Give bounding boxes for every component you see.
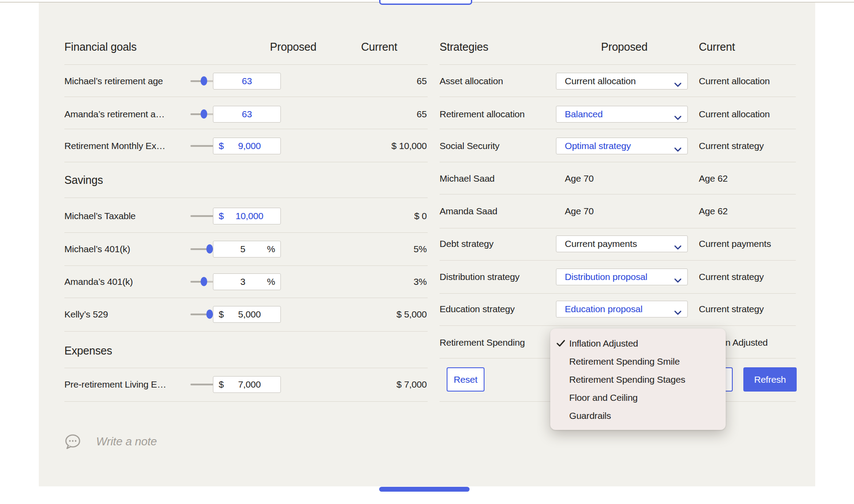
divider — [440, 162, 796, 162]
strategy-label: Retirement Spending — [440, 337, 525, 348]
divider — [64, 331, 428, 332]
current-value: 65 — [317, 76, 427, 86]
current-age: Age 62 — [699, 206, 727, 217]
current-value: 65 — [317, 109, 427, 119]
person-label: Amanda Saad — [440, 206, 497, 217]
left-proposed-header: Proposed — [264, 41, 322, 53]
divider — [64, 265, 428, 266]
slider-handle — [201, 277, 207, 286]
chevron-down-icon — [674, 79, 682, 90]
current-age: Age 62 — [699, 173, 727, 184]
divider — [64, 232, 428, 233]
menu-item[interactable]: Floor and Ceiling — [550, 388, 726, 407]
proposed-value-input[interactable]: 3% — [213, 273, 281, 290]
divider — [440, 97, 796, 97]
divider — [440, 129, 796, 129]
proposed-value-input[interactable]: $10,000 — [213, 208, 281, 224]
social-security-select[interactable]: Optimal strategy — [556, 138, 688, 154]
divider — [64, 198, 428, 198]
right-proposed-header: Proposed — [595, 41, 653, 53]
proposed-age: Age 70 — [565, 206, 593, 217]
current-strategy: Current allocation — [699, 76, 770, 86]
divider — [64, 298, 428, 298]
strategy-label: Asset allocation — [440, 76, 503, 86]
divider — [440, 260, 796, 261]
proposed-value-input[interactable]: 5% — [213, 241, 281, 258]
current-value: $ 10,000 — [317, 141, 427, 151]
savings-label: Michael’s 401(k) — [64, 244, 130, 254]
strategy-label: Debt strategy — [440, 239, 493, 249]
current-value: 5% — [317, 244, 427, 254]
menu-item-selected[interactable]: Inflation Adjusted — [550, 334, 726, 352]
slider-handle — [206, 244, 213, 254]
divider — [64, 64, 428, 65]
slider-handle — [201, 76, 207, 86]
top-cut-button[interactable] — [379, 0, 472, 5]
chevron-down-icon — [674, 307, 682, 317]
person-label: Michael Saad — [440, 173, 495, 184]
bottom-cut-button[interactable] — [379, 487, 470, 492]
divider — [64, 129, 428, 129]
savings-label: Amanda’s 401(k) — [64, 276, 133, 287]
strategy-label: Retirement allocation — [440, 109, 525, 119]
proposed-value-input[interactable]: $7,000 — [213, 376, 281, 393]
strategies-title: Strategies — [440, 41, 489, 53]
divider — [440, 194, 796, 194]
proposed-value-input[interactable]: $9,000 — [213, 138, 281, 154]
savings-label: Kelly’s 529 — [64, 309, 108, 320]
distribution-strategy-select[interactable]: Distribution proposal — [556, 269, 688, 285]
current-strategy: Current allocation — [699, 109, 770, 119]
proposed-value-input[interactable]: 63 — [213, 73, 281, 90]
divider — [64, 401, 428, 402]
divider — [64, 97, 428, 97]
chevron-down-icon — [674, 275, 682, 285]
current-value: $ 0 — [317, 211, 427, 221]
refresh-button[interactable]: Refresh — [743, 367, 797, 392]
chevron-down-icon — [674, 112, 682, 123]
proposed-value-input[interactable]: $5,000 — [213, 306, 281, 323]
note-bubble-icon — [64, 433, 82, 453]
planner-page: Financial goals Proposed Current Michael… — [0, 0, 854, 504]
divider — [64, 368, 428, 368]
savings-label: Michael’s Taxable — [64, 211, 136, 221]
current-strategy: Current strategy — [699, 141, 764, 151]
chevron-down-icon — [674, 144, 682, 154]
debt-strategy-select[interactable]: Current payments — [556, 235, 688, 252]
slider-handle — [201, 109, 207, 119]
goal-label: Retirement Monthly Ex… — [64, 141, 165, 151]
left-current-header: Current — [353, 41, 406, 53]
strategy-label: Distribution strategy — [440, 272, 519, 282]
menu-item[interactable]: Retirement Spending Smile — [550, 352, 726, 370]
divider — [440, 293, 796, 294]
current-value: $ 7,000 — [317, 379, 427, 390]
current-value: $ 5,000 — [317, 309, 427, 320]
goal-label: Amanda’s retirement a… — [64, 109, 164, 119]
current-strategy: Current strategy — [699, 272, 764, 282]
divider — [64, 162, 428, 162]
divider — [440, 64, 796, 65]
current-strategy: Current payments — [699, 239, 771, 249]
checkmark-icon — [556, 339, 566, 350]
divider — [440, 228, 796, 228]
menu-item[interactable]: Retirement Spending Stages — [550, 370, 726, 388]
expenses-section-title: Expenses — [64, 344, 112, 357]
asset-allocation-select[interactable]: Current allocation — [556, 73, 688, 90]
chevron-down-icon — [674, 242, 682, 252]
write-note-placeholder[interactable]: Write a note — [96, 435, 157, 448]
current-strategy: Current strategy — [699, 304, 764, 314]
right-current-header: Current — [699, 41, 735, 53]
proposed-age: Age 70 — [565, 173, 593, 184]
reset-button[interactable]: Reset — [447, 367, 485, 392]
proposed-value-input[interactable]: 63 — [213, 106, 281, 123]
menu-item[interactable]: Guardrails — [550, 407, 726, 425]
financial-goals-title: Financial goals — [64, 41, 137, 53]
strategy-label: Social Security — [440, 141, 500, 151]
expense-label: Pre-retirement Living E… — [64, 379, 166, 390]
education-strategy-select[interactable]: Education proposal — [556, 301, 688, 317]
retirement-allocation-select[interactable]: Balanced — [556, 106, 688, 123]
current-value: 3% — [317, 276, 427, 287]
divider — [440, 325, 796, 326]
retirement-spending-menu: Inflation Adjusted Retirement Spending S… — [550, 329, 726, 430]
slider-handle — [206, 310, 213, 319]
strategy-label: Education strategy — [440, 304, 515, 314]
